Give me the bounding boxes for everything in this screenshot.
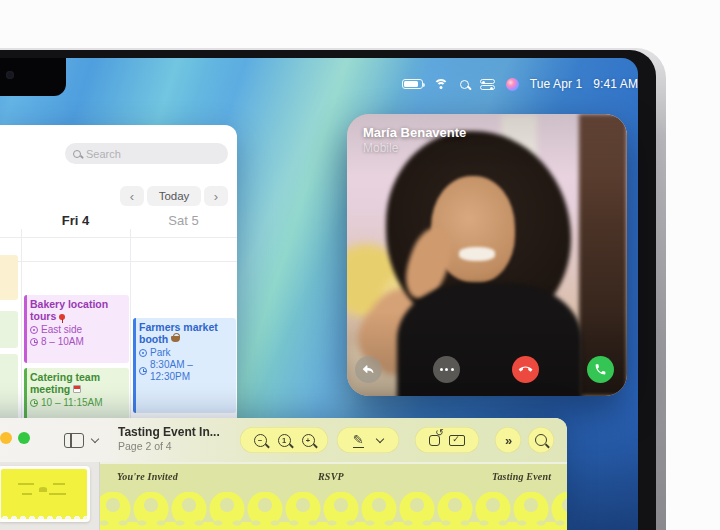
chevron-down-icon[interactable] [376, 434, 384, 442]
search-icon [73, 150, 81, 158]
thumbnail-sidebar [0, 462, 100, 530]
next-day-button[interactable]: › [204, 186, 228, 206]
minimize-button[interactable] [0, 432, 12, 444]
caller-line-label: Mobile [363, 141, 398, 155]
event-time: 8:30AM – 12:30PM [139, 359, 232, 382]
rotate-icon[interactable] [429, 435, 440, 446]
document-search-button[interactable] [528, 427, 554, 453]
ellipsis-icon [440, 368, 454, 371]
invitation-thumbnail [1, 469, 87, 519]
search-placeholder: Search [86, 148, 121, 160]
markup-pencil-icon[interactable]: ✎ [353, 433, 364, 448]
incoming-call-card: María Benavente Mobile [347, 114, 627, 396]
camera-icon [6, 71, 14, 79]
day-header-saturday[interactable]: Sat 5 [130, 213, 237, 228]
basket-emoji-icon [171, 336, 180, 342]
more-options-button[interactable] [433, 356, 460, 383]
pin-emoji-icon [59, 314, 65, 320]
grid-line [130, 229, 131, 425]
calendar-nav: ‹ Today › [120, 186, 228, 206]
search-icon [535, 434, 547, 446]
zoom-out-icon[interactable]: − [254, 434, 267, 447]
clock-icon [30, 399, 38, 407]
sidebar-toggle-icon[interactable] [64, 433, 84, 448]
location-icon [30, 326, 38, 334]
event-farmers-market-booth[interactable]: Farmers market booth Park 8:30AM – 12:30… [133, 318, 236, 413]
calendar-emoji-icon [73, 385, 81, 393]
document-title: Tasting Event In... [118, 425, 220, 439]
document-page[interactable]: You're Invited RSVP Tasting Event [100, 462, 567, 530]
reply-message-button[interactable] [355, 356, 382, 383]
calendar-window: Search ‹ Today › Fri 4 Sat 5 t… Bakery l… [0, 125, 237, 425]
event-title: Bakery location tours [30, 298, 108, 322]
event-accent-bar [24, 295, 27, 363]
event-title: Catering team meeting [30, 371, 100, 395]
grid-line [0, 261, 237, 262]
accept-phone-icon [594, 363, 607, 376]
zoom-controls: − 1 + [240, 427, 328, 453]
clock-icon [139, 367, 147, 375]
grid-line [21, 229, 22, 425]
actual-size-icon[interactable]: 1 [278, 434, 291, 447]
markup-tool: ✎ [337, 427, 399, 453]
menu-bar-time[interactable]: 9:41 AM [593, 77, 638, 91]
event-time: 8 – 10AM [30, 336, 125, 348]
reply-icon [362, 363, 375, 376]
marketing-backdrop: Tue Apr 1 9:41 AM Search ‹ Today › Fri 4… [0, 0, 720, 530]
fill-and-sign-icon[interactable] [449, 435, 465, 446]
chevron-down-icon[interactable] [91, 435, 99, 443]
display-notch [0, 58, 66, 96]
event-accent-bar [133, 318, 136, 413]
clock-icon [30, 338, 38, 346]
zoom-in-icon[interactable]: + [302, 434, 315, 447]
battery-icon[interactable] [402, 79, 423, 89]
page-thumbnail[interactable] [0, 466, 90, 522]
caller-name: María Benavente [363, 125, 466, 140]
accept-call-button[interactable] [587, 356, 614, 383]
decline-phone-icon [516, 360, 534, 378]
preview-window: Tasting Event In... Page 2 of 4 − 1 + ✎ … [0, 418, 567, 530]
more-toolbar-items-button[interactable]: » [495, 427, 521, 453]
preview-content: You're Invited RSVP Tasting Event [0, 462, 567, 530]
spotlight-icon[interactable] [460, 80, 469, 89]
zoom-window-button[interactable] [18, 432, 30, 444]
papel-picado-banner [100, 492, 567, 530]
event-location: East side [30, 324, 125, 336]
event-time: 10 – 11:15AM [30, 397, 125, 409]
page-indicator: Page 2 of 4 [118, 440, 172, 452]
location-icon [139, 349, 147, 357]
partial-event-green-2[interactable]: t… [0, 354, 18, 425]
decline-call-button[interactable] [512, 356, 539, 383]
doc-header-left: You're Invited [117, 471, 178, 482]
menu-bar-date[interactable]: Tue Apr 1 [530, 77, 583, 91]
doc-header-right: Tasting Event [492, 471, 551, 482]
menu-bar: Tue Apr 1 9:41 AM [360, 74, 638, 94]
control-center-icon[interactable] [480, 79, 495, 90]
today-button[interactable]: Today [147, 186, 201, 206]
preview-toolbar: Tasting Event In... Page 2 of 4 − 1 + ✎ … [0, 418, 567, 462]
doc-header-center: RSVP [318, 471, 344, 482]
grid-line [0, 237, 237, 238]
partial-event-green[interactable] [0, 311, 18, 348]
event-location: Park [139, 347, 232, 359]
siri-icon[interactable] [506, 78, 519, 91]
edit-tools [415, 427, 479, 453]
event-bakery-location-tours[interactable]: Bakery location tours East side 8 – 10AM [24, 295, 129, 363]
wifi-icon[interactable] [434, 79, 449, 90]
partial-event-yellow[interactable] [0, 255, 18, 300]
prev-day-button[interactable]: ‹ [120, 186, 144, 206]
search-input[interactable]: Search [65, 143, 228, 164]
day-header-friday[interactable]: Fri 4 [21, 213, 130, 228]
